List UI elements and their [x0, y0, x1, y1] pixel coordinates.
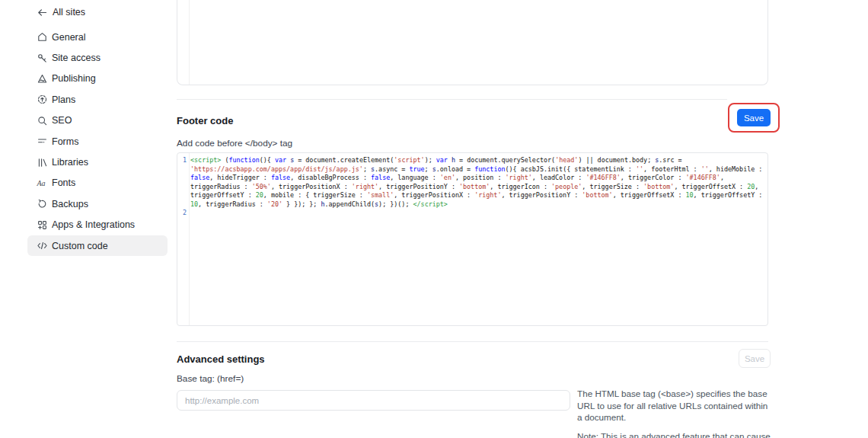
footer-code-subtitle: Add code before </body> tag: [177, 138, 292, 149]
sidebar-item-label: Backups: [52, 199, 88, 209]
code-line: triggerRadius : '50%', triggerPositionX …: [190, 183, 766, 192]
code-icon: [37, 240, 48, 251]
editor-line-numbers: 12: [177, 156, 187, 218]
code-line: <script> (function(){ var s = document.c…: [190, 156, 766, 165]
libraries-icon: [37, 157, 48, 168]
key-icon: [37, 53, 48, 64]
advanced-settings-title: Advanced settings: [177, 353, 265, 365]
sidebar-item-label: Plans: [52, 94, 75, 105]
base-tag-label: Base tag: (href=): [177, 373, 244, 384]
sidebar: All sites GeneralSite accessPublishingPl…: [0, 0, 177, 438]
sidebar-item-plans[interactable]: Plans: [27, 89, 168, 110]
sidebar-item-apps-integrations[interactable]: Apps & Integrations: [27, 215, 168, 235]
base-tag-help: The HTML base tag (<base>) specifies the…: [577, 388, 772, 438]
search-icon: [37, 115, 48, 126]
home-icon: [37, 31, 48, 43]
line-number: [177, 165, 187, 174]
line-number: 1: [177, 156, 187, 165]
section-divider: [177, 341, 768, 342]
publish-icon: [37, 73, 48, 85]
code-line: 10, triggerRadius : '20' } }); }; h.appe…: [190, 200, 766, 209]
footer-code-title: Footer code: [177, 115, 233, 126]
sidebar-item-publishing[interactable]: Publishing: [27, 69, 168, 89]
sidebar-nav: GeneralSite accessPublishingPlansSEOForm…: [27, 27, 168, 256]
apps-icon: [37, 219, 48, 231]
sidebar-item-libraries[interactable]: Libraries: [27, 152, 168, 172]
base-tag-help-text: The HTML base tag (<base>) specifies the…: [577, 388, 772, 424]
section-divider: [177, 99, 727, 100]
fonts-icon: Aa: [37, 177, 48, 189]
sidebar-item-label: Libraries: [52, 157, 88, 168]
line-number: [177, 183, 187, 192]
sidebar-item-custom-code[interactable]: Custom code: [27, 235, 168, 256]
site-settings-page: All sites GeneralSite accessPublishingPl…: [0, 0, 868, 438]
svg-text:Aa: Aa: [37, 179, 46, 187]
editor-code-content[interactable]: <script> (function(){ var s = document.c…: [190, 156, 766, 209]
back-label: All sites: [53, 7, 85, 18]
base-tag-note-text: Note: This is an advanced feature that c…: [577, 430, 772, 438]
sidebar-item-backups[interactable]: Backups: [27, 193, 168, 214]
sidebar-item-label: Apps & Integrations: [52, 219, 135, 230]
header-code-editor[interactable]: [177, 0, 768, 85]
footer-save-button[interactable]: Save: [737, 109, 771, 126]
editor-gutter-separator: [189, 153, 190, 325]
sidebar-item-forms[interactable]: Forms: [27, 131, 168, 152]
sidebar-item-seo[interactable]: SEO: [27, 110, 168, 131]
sidebar-item-general[interactable]: General: [27, 27, 168, 47]
sidebar-item-site-access[interactable]: Site access: [27, 47, 168, 68]
sidebar-item-label: Forms: [52, 136, 78, 147]
forms-icon: [37, 136, 48, 147]
sidebar-item-label: Site access: [52, 53, 101, 63]
line-number: [177, 200, 187, 209]
advanced-save-button[interactable]: Save: [739, 349, 771, 368]
annotation-box: Save: [728, 103, 780, 133]
back-arrow-icon: [37, 7, 48, 18]
line-number: [177, 174, 187, 183]
footer-code-editor[interactable]: 12 <script> (function(){ var s = documen…: [177, 152, 768, 326]
line-number: 2: [177, 209, 187, 218]
line-number: [177, 191, 187, 200]
sidebar-item-label: SEO: [52, 115, 72, 126]
sidebar-item-label: Custom code: [52, 241, 108, 251]
plans-icon: [37, 94, 48, 105]
backups-icon: [37, 198, 48, 209]
sidebar-item-fonts[interactable]: AaFonts: [27, 173, 168, 193]
editor-gutter-separator: [189, 0, 190, 85]
code-line: 'https://acsbapp.com/apps/app/dist/js/ap…: [190, 165, 766, 174]
code-line: false, hideTrigger : false, disableBgPro…: [190, 174, 766, 183]
code-line: triggerOffsetY : 20, mobile : { triggerS…: [190, 191, 766, 200]
sidebar-item-label: Publishing: [52, 73, 96, 84]
sidebar-item-label: Fonts: [52, 177, 75, 188]
sidebar-item-label: General: [52, 32, 85, 43]
base-tag-input[interactable]: [177, 390, 570, 411]
back-to-all-sites[interactable]: All sites: [27, 3, 94, 21]
